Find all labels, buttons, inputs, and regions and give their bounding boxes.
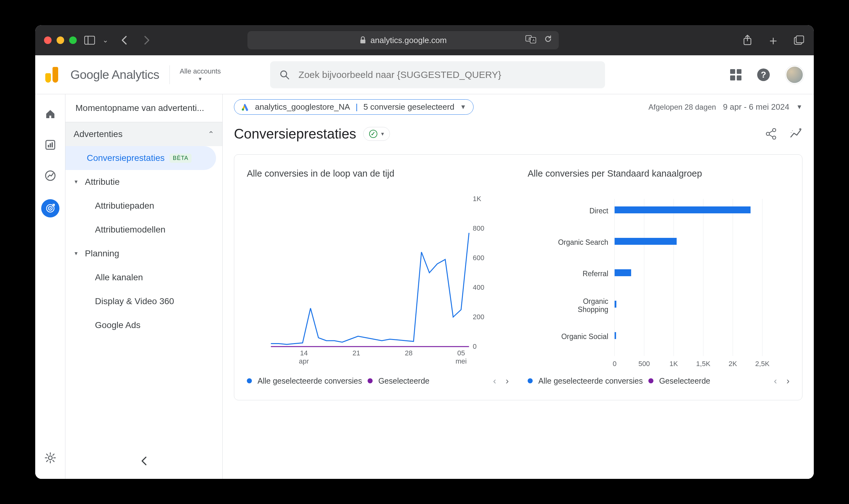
tab-overview-icon[interactable]: [793, 34, 805, 46]
share-report-icon[interactable]: [765, 128, 777, 140]
browser-chrome-bar: ⌄ analytics.google.com あA: [35, 25, 814, 55]
svg-text:0: 0: [473, 342, 477, 350]
translate-icon[interactable]: あA: [525, 35, 536, 46]
line-chart[interactable]: 02004006008001K14apr212805mei: [247, 193, 509, 368]
sidebar-group-label: Planning: [85, 249, 119, 258]
back-button[interactable]: [118, 34, 130, 46]
sidebar-group-attributie[interactable]: ▼ Attributie: [65, 170, 222, 194]
share-icon[interactable]: [742, 34, 753, 46]
triangle-down-icon: ▼: [73, 251, 80, 256]
charts-card: Alle conversies in de loop van de tijd 0…: [234, 154, 802, 400]
bar-chart[interactable]: 05001K1,5K2K2,5KDirectOrganic SearchRefe…: [527, 193, 790, 368]
search-icon: [279, 69, 290, 80]
caret-down-icon: ▾: [199, 75, 202, 82]
legend-label: Geselecteerde: [659, 376, 710, 385]
svg-rect-9: [796, 36, 804, 43]
svg-text:あ: あ: [528, 36, 532, 40]
sidebar-snapshot-link[interactable]: Momentopname van adverten­ti...: [65, 94, 222, 122]
caret-down-icon: ▼: [796, 103, 802, 111]
svg-rect-15: [52, 142, 53, 147]
help-icon[interactable]: ?: [757, 69, 770, 81]
bar-chart-panel: Alle conversies per Standaard kanaalgroe…: [527, 168, 790, 386]
sidebar-item-attributiepaden[interactable]: Attributiepaden: [65, 194, 222, 218]
search-input[interactable]: [298, 69, 595, 80]
tab-dropdown-icon[interactable]: ⌄: [103, 34, 108, 46]
forward-button[interactable]: [141, 34, 153, 46]
svg-text:Referral: Referral: [583, 270, 608, 278]
sidebar-item-display-video[interactable]: Display & Video 360: [65, 289, 222, 313]
svg-point-21: [242, 108, 244, 111]
sidebar-item-alle-kanalen[interactable]: Alle kanalen: [65, 266, 222, 289]
legend-dot-icon: [247, 378, 252, 383]
filter-conversions-selected: 5 conversie geselecteerd: [364, 102, 454, 112]
legend-dot-icon: [368, 378, 372, 383]
rail-reports-icon[interactable]: [43, 138, 57, 152]
google-ads-logo-icon: [241, 103, 249, 111]
svg-text:1K: 1K: [473, 195, 481, 203]
legend-dot-icon: [527, 378, 533, 383]
main-content: analytics_googlestore_NA | 5 conversie g…: [223, 94, 814, 479]
chevron-up-icon: ⌃: [208, 130, 214, 139]
svg-point-22: [773, 128, 776, 132]
svg-point-28: [791, 132, 792, 133]
rail-advertising-icon[interactable]: [41, 199, 59, 217]
svg-line-11: [286, 76, 289, 78]
caret-down-icon: ▾: [381, 130, 384, 137]
svg-text:2K: 2K: [729, 360, 737, 367]
sidebar-item-label: Conversieprestaties: [87, 153, 164, 163]
window-controls: [44, 36, 77, 44]
svg-text:500: 500: [638, 360, 650, 367]
sidebar-section-advertenties[interactable]: Advertenties ⌃: [65, 122, 222, 146]
insights-icon[interactable]: [790, 128, 802, 140]
check-circle-icon: ✓: [369, 130, 377, 138]
svg-point-23: [766, 132, 769, 136]
svg-rect-62: [615, 301, 617, 308]
rail-admin-gear-icon[interactable]: [43, 451, 57, 465]
new-tab-icon[interactable]: ＋: [767, 34, 779, 46]
legend-next-icon[interactable]: ›: [786, 376, 790, 386]
sidebar-group-planning[interactable]: ▼ Planning: [65, 241, 222, 266]
legend-prev-icon[interactable]: ‹: [493, 376, 496, 386]
svg-text:28: 28: [405, 349, 413, 357]
rail-home-icon[interactable]: [43, 107, 57, 121]
legend-prev-icon[interactable]: ‹: [774, 376, 777, 386]
chart-title-bar: Alle conversies per Standaard kanaalgroe…: [527, 168, 790, 179]
svg-text:Organic Search: Organic Search: [558, 238, 608, 246]
status-pill[interactable]: ✓ ▾: [363, 127, 390, 141]
svg-text:Organic: Organic: [583, 297, 608, 305]
account-picker[interactable]: Alle accounts ▾: [180, 67, 221, 82]
svg-rect-64: [615, 332, 616, 339]
sidebar-item-google-ads[interactable]: Google Ads: [65, 313, 222, 337]
legend-label: Alle geselecteerde conversies: [538, 376, 643, 385]
date-range-picker[interactable]: Afgelopen 28 dagen 9 apr - 6 mei 2024 ▼: [648, 102, 802, 112]
maximize-window-button[interactable]: [69, 36, 77, 44]
user-avatar[interactable]: [785, 66, 804, 84]
ga-logo-icon: [45, 67, 63, 83]
sidebar-item-conversieprestaties[interactable]: Conversieprestaties BÈTA: [65, 146, 216, 170]
svg-point-24: [773, 136, 776, 139]
minimize-window-button[interactable]: [57, 36, 64, 44]
svg-rect-14: [50, 143, 51, 147]
search-bar[interactable]: [270, 61, 605, 88]
svg-text:0: 0: [612, 360, 616, 367]
sidebar-item-attributiemodellen[interactable]: Attributiemodellen: [65, 218, 222, 241]
filter-pill[interactable]: analytics_googlestore_NA | 5 conversie g…: [234, 99, 473, 115]
left-nav-rail: [35, 94, 65, 479]
caret-down-icon: ▼: [460, 103, 466, 111]
sidebar-toggle-icon[interactable]: [84, 34, 96, 46]
sidebar-collapse-button[interactable]: [140, 456, 148, 469]
date-range-value: 9 apr - 6 mei 2024: [723, 102, 789, 112]
url-bar[interactable]: analytics.google.com あA: [247, 31, 559, 49]
filter-property-name: analytics_googlestore_NA: [255, 102, 350, 112]
bar-chart-legend: Alle geselecteerde conversies Geselectee…: [527, 376, 790, 386]
close-window-button[interactable]: [44, 36, 52, 44]
legend-next-icon[interactable]: ›: [506, 376, 509, 386]
svg-rect-0: [85, 36, 94, 44]
reload-icon[interactable]: [544, 35, 553, 46]
rail-explore-icon[interactable]: [43, 168, 57, 183]
apps-grid-icon[interactable]: [730, 69, 742, 80]
svg-text:600: 600: [473, 254, 485, 262]
svg-text:Shopping: Shopping: [578, 305, 608, 313]
url-host: analytics.google.com: [370, 36, 447, 45]
svg-point-27: [792, 130, 793, 131]
